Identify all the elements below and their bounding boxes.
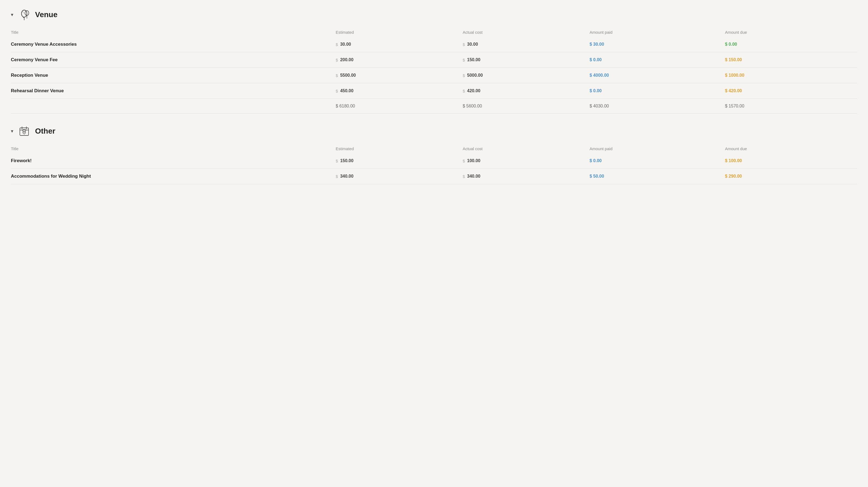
due-cell: $ 0.00 — [722, 37, 857, 52]
amount-value: 150.00 — [340, 159, 353, 163]
money-cell: $ 5500.00 — [336, 73, 456, 78]
due-cell: $ 100.00 — [722, 153, 857, 169]
money-cell: $ 420.00 — [463, 88, 583, 93]
other-col-actual: Actual cost — [459, 144, 586, 153]
totals-row: $ 6180.00 $ 5600.00 $ 4030.00 $ 1570.00 — [11, 99, 857, 114]
table-row: Rehearsal Dinner Venue $ 450.00 $ 420.00… — [11, 83, 857, 99]
colored-amount: $ 30.00 — [590, 42, 604, 47]
other-table: Title Estimated Actual cost Amount paid … — [11, 144, 857, 184]
money-cell: $ 150.00 — [336, 159, 456, 163]
paid-cell: $ 0.00 — [586, 52, 722, 68]
money-cell: $ 340.00 — [336, 174, 456, 179]
colored-amount: $ 0.00 — [590, 88, 602, 93]
venue-table: Title Estimated Actual cost Amount paid … — [11, 28, 857, 114]
item-title: Rehearsal Dinner Venue — [11, 88, 64, 93]
money-cell: $ 150.00 — [463, 57, 583, 62]
amount-value: 5000.00 — [467, 73, 483, 78]
other-section: ▾ Other Title Estimated Actual cost Amou… — [11, 124, 857, 184]
actual-cell: $ 150.00 — [459, 52, 586, 68]
item-title: Accommodations for Wedding Night — [11, 174, 91, 179]
amount-value: 340.00 — [340, 174, 353, 179]
dollar-sign: $ — [463, 159, 465, 163]
actual-cell: $ 340.00 — [459, 169, 586, 184]
money-cell: $ 450.00 — [336, 88, 456, 93]
dollar-sign: $ — [463, 89, 465, 93]
venue-col-title: Title — [11, 28, 332, 37]
paid-cell: $ 4000.00 — [586, 68, 722, 83]
venue-section-header: ▾ Venue — [11, 8, 857, 21]
item-title: Ceremony Venue Accessories — [11, 41, 76, 47]
amount-value: 200.00 — [340, 57, 353, 62]
venue-col-due: Amount due — [722, 28, 857, 37]
dollar-sign: $ — [463, 174, 465, 179]
colored-amount: $ 4000.00 — [590, 73, 609, 78]
item-title: Ceremony Venue Fee — [11, 57, 58, 62]
amount-value: 150.00 — [467, 57, 480, 62]
amount-value: 450.00 — [340, 88, 353, 93]
totals-empty — [11, 99, 332, 114]
colored-amount: $ 0.00 — [590, 159, 602, 163]
venue-section: ▾ Venue Title Estimated Actual cost — [11, 8, 857, 114]
colored-amount: $ 100.00 — [725, 159, 742, 163]
table-row: Accommodations for Wedding Night $ 340.0… — [11, 169, 857, 184]
totals-paid: $ 4030.00 — [586, 99, 722, 114]
colored-amount: $ 50.00 — [590, 174, 604, 178]
actual-cell: $ 100.00 — [459, 153, 586, 169]
estimated-cell: $ 150.00 — [332, 153, 459, 169]
money-cell: $ 100.00 — [463, 159, 583, 163]
dollar-sign: $ — [463, 58, 465, 62]
due-cell: $ 150.00 — [722, 52, 857, 68]
dollar-sign: $ — [336, 89, 338, 93]
colored-amount: $ 290.00 — [725, 174, 742, 178]
estimated-cell: $ 450.00 — [332, 83, 459, 99]
estimated-cell: $ 340.00 — [332, 169, 459, 184]
due-cell: $ 290.00 — [722, 169, 857, 184]
item-title-cell: Firework! — [11, 153, 332, 169]
due-cell: $ 420.00 — [722, 83, 857, 99]
dollar-sign: $ — [463, 73, 465, 78]
item-title-cell: Reception Venue — [11, 68, 332, 83]
item-title-cell: Rehearsal Dinner Venue — [11, 83, 332, 99]
venue-icon — [18, 8, 31, 21]
dollar-sign: $ — [336, 73, 338, 78]
money-cell: $ 340.00 — [463, 174, 583, 179]
colored-amount: $ 0.00 — [725, 42, 737, 47]
actual-cell: $ 5000.00 — [459, 68, 586, 83]
actual-cell: $ 420.00 — [459, 83, 586, 99]
paid-cell: $ 30.00 — [586, 37, 722, 52]
item-title-cell: Ceremony Venue Accessories — [11, 37, 332, 52]
other-col-estimated: Estimated — [332, 144, 459, 153]
money-cell: $ 5000.00 — [463, 73, 583, 78]
dollar-sign: $ — [463, 42, 465, 47]
colored-amount: $ 0.00 — [590, 57, 602, 62]
table-row: Reception Venue $ 5500.00 $ 5000.00 $ 40… — [11, 68, 857, 83]
amount-value: 420.00 — [467, 88, 480, 93]
totals-due: $ 1570.00 — [722, 99, 857, 114]
estimated-cell: $ 30.00 — [332, 37, 459, 52]
amount-value: 30.00 — [467, 42, 478, 47]
money-cell: $ 200.00 — [336, 57, 456, 62]
venue-chevron-icon[interactable]: ▾ — [11, 12, 13, 18]
paid-cell: $ 50.00 — [586, 169, 722, 184]
table-row: Ceremony Venue Accessories $ 30.00 $ 30.… — [11, 37, 857, 52]
other-chevron-icon[interactable]: ▾ — [11, 128, 13, 134]
venue-col-actual: Actual cost — [459, 28, 586, 37]
table-row: Ceremony Venue Fee $ 200.00 $ 150.00 $ 0… — [11, 52, 857, 68]
totals-actual: $ 5600.00 — [459, 99, 586, 114]
venue-col-estimated: Estimated — [332, 28, 459, 37]
money-cell: $ 30.00 — [336, 42, 456, 47]
other-section-header: ▾ Other — [11, 124, 857, 138]
other-col-paid: Amount paid — [586, 144, 722, 153]
amount-value: 5500.00 — [340, 73, 356, 78]
venue-section-title: Venue — [35, 10, 57, 19]
other-icon — [18, 124, 31, 138]
item-title-cell: Ceremony Venue Fee — [11, 52, 332, 68]
item-title-cell: Accommodations for Wedding Night — [11, 169, 332, 184]
amount-value: 100.00 — [467, 159, 480, 163]
dollar-sign: $ — [336, 58, 338, 62]
amount-value: 30.00 — [340, 42, 351, 47]
dollar-sign: $ — [336, 42, 338, 47]
dollar-sign: $ — [336, 159, 338, 163]
estimated-cell: $ 5500.00 — [332, 68, 459, 83]
actual-cell: $ 30.00 — [459, 37, 586, 52]
